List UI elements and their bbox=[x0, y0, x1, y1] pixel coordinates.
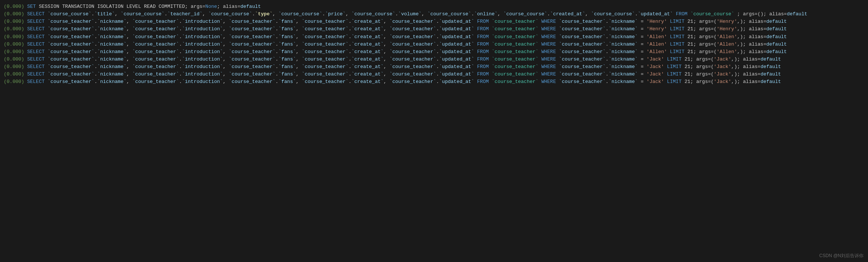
log-line-2: (0.000) SELECT `course_course`.`title`, … bbox=[1, 10, 867, 18]
log-time-1: (0.000) bbox=[4, 4, 24, 9]
log-line-9: (0.000) SELECT `course_teacher`.`nicknam… bbox=[1, 63, 867, 71]
watermark: CSDN @N刘后告诉你 bbox=[819, 253, 864, 259]
log-line-7: (0.000) SELECT `course_teacher`.`nicknam… bbox=[1, 48, 867, 56]
log-line-3: (0.000) SELECT `course_teacher`.`nicknam… bbox=[1, 18, 867, 25]
log-line-10: (0.000) SELECT `course_teacher`.`nicknam… bbox=[1, 71, 867, 78]
log-line-11: (0.000) SELECT `course_teacher`.`nicknam… bbox=[1, 78, 867, 86]
log-line-5: (0.000) SELECT `course_teacher`.`nicknam… bbox=[1, 33, 867, 41]
log-line-6: (0.000) SELECT `course_teacher`.`nicknam… bbox=[1, 41, 867, 48]
terminal-output: (0.000) SET SESSION TRANSACTION ISOLATIO… bbox=[0, 0, 868, 262]
log-line-8: (0.000) SELECT `course_teacher`.`nicknam… bbox=[1, 56, 867, 63]
log-line-1: (0.000) SET SESSION TRANSACTION ISOLATIO… bbox=[1, 3, 867, 10]
log-time-2: (0.000) bbox=[4, 11, 24, 17]
log-line-4: (0.000) SELECT `course_teacher`.`nicknam… bbox=[1, 25, 867, 33]
